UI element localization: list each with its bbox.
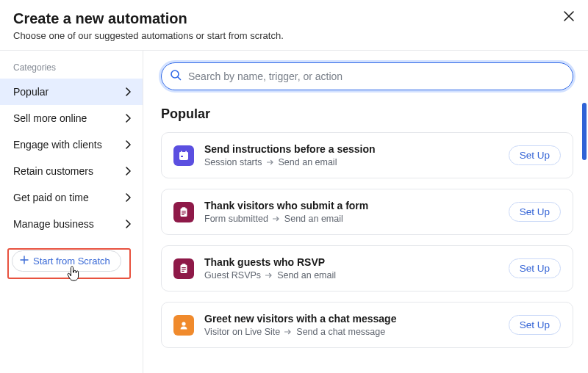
- svg-rect-3: [181, 151, 182, 153]
- svg-rect-12: [182, 264, 186, 265]
- sidebar-heading: Categories: [0, 58, 143, 79]
- sidebar-item-sell-online[interactable]: Sell more online: [0, 105, 143, 131]
- card-subtitle: Guest RSVPs Send an email: [204, 270, 498, 280]
- automation-card: Thank visitors who submit a form Form su…: [161, 189, 573, 235]
- chevron-right-icon: [125, 167, 131, 175]
- sidebar-item-manage-business[interactable]: Manage business: [0, 211, 143, 237]
- main-panel: Popular Send instructions before a sessi…: [143, 51, 588, 373]
- svg-rect-9: [182, 212, 186, 213]
- sidebar-item-label: Engage with clients: [13, 139, 102, 151]
- close-icon[interactable]: [560, 7, 578, 28]
- svg-rect-10: [182, 214, 184, 214]
- automation-card-list: Send instructions before a session Sessi…: [161, 132, 573, 348]
- chat-avatar-icon: [173, 315, 194, 336]
- svg-rect-7: [182, 207, 186, 209]
- automation-card: Greet new visitors with a chat message V…: [161, 302, 573, 348]
- start-from-scratch-label: Start from Scratch: [33, 256, 110, 267]
- set-up-button[interactable]: Set Up: [509, 202, 561, 222]
- sidebar-item-label: Manage business: [13, 218, 94, 230]
- svg-rect-5: [181, 156, 183, 157]
- clipboard-icon: [173, 202, 194, 222]
- chevron-right-icon: [125, 140, 131, 149]
- sidebar-item-label: Popular: [13, 86, 49, 98]
- sidebar-item-get-paid[interactable]: Get paid on time: [0, 184, 143, 211]
- sidebar: Categories Popular Sell more online Enga…: [0, 51, 143, 373]
- arrow-right-icon: [267, 159, 274, 165]
- section-title: Popular: [161, 106, 573, 122]
- chevron-right-icon: [125, 220, 131, 228]
- chevron-right-icon: [125, 193, 131, 202]
- scrollbar-thumb[interactable]: [582, 103, 587, 160]
- chevron-right-icon: [125, 87, 131, 96]
- page-title: Create a new automation: [13, 10, 575, 27]
- svg-point-16: [182, 322, 185, 325]
- sidebar-item-engage-clients[interactable]: Engage with clients: [0, 131, 143, 158]
- card-title: Send instructions before a session: [204, 143, 498, 155]
- svg-rect-11: [181, 264, 187, 273]
- set-up-button[interactable]: Set Up: [509, 315, 561, 335]
- set-up-button[interactable]: Set Up: [509, 258, 561, 278]
- svg-rect-2: [179, 152, 188, 154]
- card-title: Thank guests who RSVP: [204, 256, 498, 268]
- chevron-right-icon: [125, 114, 131, 123]
- calendar-icon: [173, 145, 194, 166]
- arrow-right-icon: [284, 329, 292, 335]
- sidebar-item-popular[interactable]: Popular: [0, 79, 143, 105]
- plus-icon: [20, 256, 29, 267]
- automation-card: Thank guests who RSVP Guest RSVPs Send a…: [161, 245, 573, 291]
- card-title: Greet new visitors with a chat message: [204, 313, 498, 325]
- svg-rect-14: [182, 269, 186, 269]
- arrow-right-icon: [273, 216, 280, 222]
- svg-rect-8: [182, 211, 186, 211]
- sidebar-item-label: Retain customers: [13, 165, 93, 177]
- arrow-right-icon: [265, 272, 273, 278]
- start-from-scratch-button[interactable]: Start from Scratch: [12, 250, 121, 272]
- svg-rect-13: [182, 267, 186, 268]
- sidebar-item-label: Sell more online: [13, 112, 87, 124]
- card-title: Thank visitors who submit a form: [204, 200, 498, 211]
- automation-card: Send instructions before a session Sessi…: [161, 132, 573, 178]
- clipboard-icon: [173, 258, 194, 279]
- card-subtitle: Visitor on Live Site Send a chat message: [204, 327, 498, 337]
- svg-rect-6: [181, 208, 187, 217]
- card-subtitle: Form submitted Send an email: [204, 214, 498, 224]
- sidebar-item-retain-customers[interactable]: Retain customers: [0, 158, 143, 184]
- svg-rect-15: [182, 270, 184, 271]
- svg-rect-4: [185, 151, 187, 153]
- sidebar-item-label: Get paid on time: [13, 192, 89, 203]
- set-up-button[interactable]: Set Up: [509, 145, 561, 165]
- card-subtitle: Session starts Send an email: [204, 157, 498, 167]
- page-subtitle: Choose one of our suggested automations …: [13, 30, 575, 41]
- search-input[interactable]: [161, 62, 573, 90]
